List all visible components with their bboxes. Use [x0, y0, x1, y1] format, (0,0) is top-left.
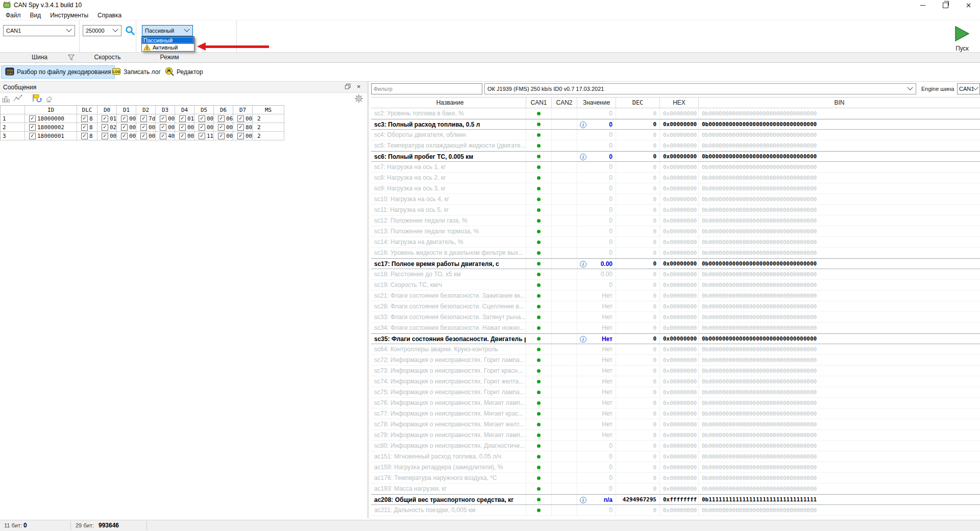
checkbox[interactable]: ✓	[218, 115, 225, 122]
decoder-row[interactable]: ac176: Температура наружного воздуха, *С…	[371, 473, 980, 484]
decoder-row[interactable]: sc16: Уровень жидкости в дизельном фильт…	[371, 248, 980, 258]
close-panel-button[interactable]: ×	[357, 83, 361, 90]
checkbox[interactable]: ✓	[179, 133, 186, 139]
checkbox[interactable]: ✓	[199, 133, 205, 139]
gear-icon[interactable]	[354, 94, 363, 105]
menu-item-1[interactable]: Вид	[26, 12, 46, 19]
checkbox[interactable]: ✓	[199, 124, 205, 131]
checkbox[interactable]: ✓	[160, 133, 166, 139]
info-icon[interactable]: i	[580, 122, 586, 128]
info-icon[interactable]: i	[580, 154, 586, 160]
menu-item-3[interactable]: Справка	[93, 12, 126, 19]
table-row[interactable]: 3✓18000001✓8✓00✓00✓00✓40✓00✓11✓00✓002	[1, 132, 284, 140]
checkbox[interactable]: ✓	[121, 133, 128, 139]
speed-select[interactable]: 250000	[83, 25, 121, 36]
decoder-row[interactable]: sc77: Информация о неисправностях. Мигае…	[371, 408, 980, 419]
decoder-file-select[interactable]: ОК J1939 (FMS) 250 kb/s ID0 v0.7 17.03.2…	[484, 83, 916, 94]
checkbox[interactable]: ✓	[102, 115, 108, 122]
decoder-row[interactable]: sc19: Скорость ТС, км/ч000x000000000b000…	[371, 280, 980, 291]
checkbox[interactable]: ✓	[81, 133, 88, 139]
table-row[interactable]: 1✓18000000✓8✓01✓00✓7d✓00✓01✓00✓06✓002	[1, 114, 284, 123]
checkbox[interactable]: ✓	[29, 124, 36, 131]
line-chart-icon[interactable]	[13, 94, 22, 104]
decoder-row[interactable]: sc2: Уровень топлива в баке, %000x000000…	[371, 108, 980, 119]
checkbox[interactable]: ✓	[81, 124, 88, 131]
decoder-row[interactable]: sc73: Информация о неисправностях. Горит…	[371, 366, 980, 376]
decoder-row[interactable]: sc13: Положение педали тормоза, %000x000…	[371, 226, 980, 237]
decoder-row[interactable]: sc10: Нагрузка на ось 4, кг000x000000000…	[371, 194, 980, 205]
checkbox[interactable]: ✓	[140, 124, 147, 131]
menu-item-2[interactable]: Инструменты	[45, 12, 93, 19]
decoder-row[interactable]: sc14: Нагрузка на двигатель, %000x000000…	[371, 237, 980, 248]
decoder-row[interactable]: sc21: Флаги состояния безопасности. Зажи…	[371, 291, 980, 301]
decoder-row[interactable]: sc11: Нагрузка на ось 5, кг000x000000000…	[371, 205, 980, 215]
decoder-row[interactable]: sc4: Обороты двигателя, об/мин000x000000…	[371, 130, 980, 140]
bar-chart-icon[interactable]	[2, 94, 11, 104]
decoder-row[interactable]: sc72: Информация о неисправностях. Горит…	[371, 355, 980, 366]
decoder-row[interactable]: ac211: Дальность поездки, 0,005 км000x00…	[371, 505, 980, 516]
checkbox[interactable]: ✓	[237, 124, 244, 131]
info-icon[interactable]: i	[580, 497, 586, 503]
checkbox[interactable]: ✓	[140, 133, 147, 139]
checkbox[interactable]: ✓	[81, 115, 88, 122]
mode-option-active[interactable]: ! Активный	[142, 44, 194, 51]
decoder-row[interactable]: ac208: Общий вес транспортного средства,…	[371, 494, 980, 505]
info-icon[interactable]: i	[580, 261, 586, 268]
tab-decode-parse[interactable]: 10101101 Разбор по файлу декодирования	[1, 65, 115, 79]
tab-editor[interactable]: Редактор	[161, 65, 207, 79]
decoder-row[interactable]: sc8: Нагрузка на ось 2, кг000x000000000b…	[371, 173, 980, 183]
decoder-row[interactable]: sc18: Расстояние до ТО, х5 км0.0000x0000…	[371, 269, 980, 280]
search-icon[interactable]	[125, 26, 135, 37]
checkbox[interactable]: ✓	[237, 115, 244, 122]
decoder-row[interactable]: sc35: Флаги состояния безопасности. Двиг…	[371, 333, 980, 344]
checkbox[interactable]: ✓	[199, 115, 205, 122]
decoder-row[interactable]: sc76: Информация о неисправностях. Мигае…	[371, 398, 980, 408]
checkbox[interactable]: ✓	[179, 115, 186, 122]
mode-select[interactable]: Пассивный	[142, 25, 193, 36]
float-panel-button[interactable]	[345, 84, 351, 91]
minimize-button[interactable]	[911, 0, 934, 10]
checkbox[interactable]: ✓	[218, 124, 225, 131]
tab-write-log[interactable]: LOG Записать лог	[108, 65, 164, 79]
decoder-row[interactable]: sc5: Температура охлаждающей жидкости (д…	[371, 140, 980, 151]
checkbox[interactable]: ✓	[160, 124, 166, 131]
info-icon[interactable]: i	[580, 336, 586, 343]
decoder-row[interactable]: sc9: Нагрузка на ось 3, кг000x000000000b…	[371, 183, 980, 194]
filter-funnel-icon[interactable]	[68, 54, 75, 62]
decoder-row[interactable]: sc33: Флаги состояния безопасности. Затя…	[371, 312, 980, 323]
menu-item-0[interactable]: Файл	[1, 12, 26, 19]
checkbox[interactable]: ✓	[179, 124, 186, 131]
decoder-row[interactable]: sc79: Информация о неисправностях. Мигае…	[371, 430, 980, 441]
maximize-button[interactable]	[934, 0, 957, 10]
decoder-row[interactable]: sc12: Положение педали газа, %000x000000…	[371, 215, 980, 226]
table-row[interactable]: 2✓18000002✓8✓02✓00✓00✓00✓00✓00✓00✓802	[1, 123, 284, 132]
decoder-row[interactable]: sc28: Флаги состояния безопасности. Сцеп…	[371, 301, 980, 312]
filter-input[interactable]	[371, 83, 482, 94]
checkbox[interactable]: ✓	[102, 124, 108, 131]
decoder-row[interactable]: sc7: Нагрузка на ось 1, кг000x000000000b…	[371, 162, 980, 173]
checkbox[interactable]: ✓	[102, 133, 108, 139]
decoder-row[interactable]: sc64: Контроллеры аварии. Круиз-контроль…	[371, 344, 980, 355]
checkbox[interactable]: ✓	[29, 115, 36, 122]
checkbox[interactable]: ✓	[140, 115, 147, 122]
decoder-row[interactable]: sc17: Полное время работы двигателя, сi0…	[371, 258, 980, 269]
decoder-row[interactable]: sc74: Информация о неисправностях. Горит…	[371, 376, 980, 387]
checkbox[interactable]: ✓	[121, 115, 128, 122]
decoder-row[interactable]: sc75: Информация о неисправностях. Горит…	[371, 387, 980, 398]
checkbox[interactable]: ✓	[121, 124, 128, 131]
decoder-row[interactable]: sc6: Полный пробег ТС, 0.005 кмi000x0000…	[371, 151, 980, 162]
mode-option-passive[interactable]: Пассивный	[142, 37, 194, 44]
checkbox[interactable]: ✓	[237, 133, 244, 139]
decoder-row[interactable]: sc80: Информация о неисправностях. Диагн…	[371, 441, 980, 451]
close-button[interactable]: ×	[957, 0, 980, 10]
eraser-icon[interactable]	[45, 94, 54, 104]
decoder-row[interactable]: ac193: Масса нагрузки, кг000x000000000b0…	[371, 484, 980, 494]
decoder-row[interactable]: sc34: Флаги состояния безопасности. Нажа…	[371, 323, 980, 333]
decoder-row[interactable]: sc3: Полный расход топлива, 0.5 лi000x00…	[371, 119, 980, 130]
decoder-row[interactable]: sc78: Информация о неисправностях. Мигае…	[371, 419, 980, 430]
start-button[interactable]: Пуск	[947, 26, 977, 52]
checkbox[interactable]: ✓	[29, 133, 36, 139]
engine-bus-select[interactable]: CAN1	[957, 83, 980, 94]
checkbox[interactable]: ✓	[218, 133, 225, 139]
bus-select[interactable]: CAN1	[3, 25, 75, 36]
